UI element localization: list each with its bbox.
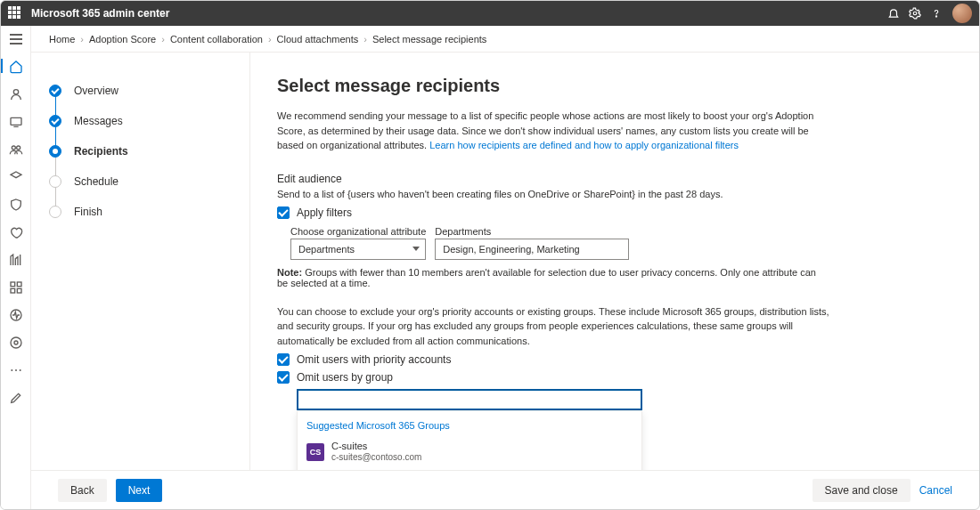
breadcrumb-item[interactable]: Content collaboration: [170, 34, 263, 45]
main-panel: Select message recipients We recommend s…: [250, 53, 979, 470]
svg-point-4: [12, 146, 15, 150]
step-label: Overview: [74, 85, 118, 97]
more-icon[interactable]: [8, 362, 24, 378]
breadcrumb-item[interactable]: Select message recipients: [372, 34, 486, 45]
wizard-step[interactable]: Finish: [49, 197, 249, 227]
suggestion-item[interactable]: CSC-suitesc-suites@contoso.com: [298, 436, 641, 467]
svg-point-11: [11, 337, 21, 348]
app-title: Microsoft 365 admin center: [31, 7, 169, 20]
intro-text: We recommend sending your message to a l…: [277, 109, 829, 153]
svg-rect-7: [17, 282, 21, 287]
edit-audience-sub: Send to a list of {users who haven't bee…: [277, 189, 952, 199]
edit-audience-heading: Edit audience: [277, 173, 952, 185]
wizard-step[interactable]: Recipients: [49, 136, 249, 166]
chevron-down-icon: [412, 247, 420, 251]
svg-point-14: [15, 369, 17, 371]
wizard-step[interactable]: Overview: [49, 76, 249, 106]
apply-filters-checkbox[interactable]: Apply filters: [277, 206, 952, 219]
checkbox-icon: [277, 206, 290, 219]
user-avatar[interactable]: [952, 4, 972, 23]
wizard-step[interactable]: Schedule: [49, 166, 249, 197]
svg-rect-6: [11, 282, 15, 287]
heart-icon[interactable]: [8, 224, 24, 240]
step-indicator-icon: [49, 145, 61, 158]
nav-menu-icon[interactable]: [8, 31, 24, 47]
chevron-right-icon: ›: [268, 34, 272, 45]
checkbox-icon: [277, 353, 290, 366]
chevron-right-icon: ›: [161, 34, 165, 45]
group-avatar-icon: CS: [306, 443, 324, 461]
learn-link[interactable]: Learn how recipients are defined and how…: [429, 140, 739, 150]
shield-icon[interactable]: [8, 197, 24, 213]
step-label: Finish: [74, 206, 102, 218]
back-button[interactable]: Back: [58, 479, 107, 502]
breadcrumb-item[interactable]: Home: [49, 34, 75, 45]
save-close-button[interactable]: Save and close: [813, 479, 911, 502]
departments-label: Departments: [435, 226, 629, 237]
suggestions-header: Suggested Microsoft 365 Groups: [298, 411, 641, 436]
suggestions-dropdown: Suggested Microsoft 365 Groups CSC-suite…: [297, 410, 642, 470]
svg-rect-9: [17, 288, 21, 293]
groups-icon[interactable]: [8, 142, 24, 158]
step-indicator-icon: [49, 206, 61, 218]
step-indicator-icon: [49, 85, 61, 97]
breadcrumb: Home›Adoption Score›Content collaboratio…: [31, 26, 979, 53]
omit-group-label: Omit users by group: [297, 371, 393, 384]
svg-point-0: [913, 12, 917, 15]
omit-priority-checkbox[interactable]: Omit users with priority accounts: [277, 353, 952, 366]
admin-icon[interactable]: [8, 335, 24, 351]
org-attribute-select[interactable]: Departments: [290, 239, 426, 260]
wizard-footer: Back Next Save and close Cancel: [31, 470, 979, 509]
step-indicator-icon: [49, 175, 61, 188]
step-label: Recipients: [74, 145, 128, 158]
svg-point-13: [11, 369, 12, 371]
billing-icon[interactable]: [8, 169, 24, 185]
left-nav-rail: [1, 26, 31, 509]
reports-icon[interactable]: [8, 252, 24, 268]
svg-point-1: [935, 16, 936, 17]
edit-icon[interactable]: [8, 390, 24, 406]
settings-icon[interactable]: [904, 7, 926, 20]
wizard-steps: OverviewMessagesRecipientsScheduleFinish: [31, 53, 250, 470]
departments-select[interactable]: Design, Engineering, Marketing: [435, 239, 629, 260]
wizard-step[interactable]: Messages: [49, 106, 249, 136]
chevron-right-icon: ›: [363, 34, 367, 45]
help-icon[interactable]: [926, 7, 947, 20]
privacy-note: Note: Groups with fewer than 10 members …: [277, 267, 829, 288]
step-indicator-icon: [49, 115, 61, 127]
svg-point-12: [14, 341, 18, 344]
health-icon[interactable]: [8, 307, 24, 323]
chevron-right-icon: ›: [80, 34, 84, 45]
breadcrumb-item[interactable]: Cloud attachments: [277, 34, 359, 45]
suggestion-item[interactable]: NAFTEs North AmericaFTEnorthamer@contoso…: [298, 467, 641, 470]
cancel-link[interactable]: Cancel: [919, 484, 952, 497]
title-bar: Microsoft 365 admin center: [1, 1, 979, 26]
svg-point-15: [19, 369, 20, 371]
users-icon[interactable]: [8, 86, 24, 102]
exclude-paragraph: You can choose to exclude your org's pri…: [277, 304, 829, 349]
omit-priority-label: Omit users with priority accounts: [297, 353, 451, 366]
next-button[interactable]: Next: [116, 479, 163, 502]
page-title: Select message recipients: [277, 76, 952, 96]
devices-icon[interactable]: [8, 114, 24, 130]
step-label: Schedule: [74, 175, 118, 188]
apps-icon[interactable]: [8, 279, 24, 295]
svg-point-5: [16, 146, 20, 150]
breadcrumb-item[interactable]: Adoption Score: [89, 34, 156, 45]
suggestion-email: c-suites@contoso.com: [331, 452, 421, 463]
svg-rect-3: [11, 117, 21, 125]
org-attribute-label: Choose organizational attribute: [290, 226, 426, 237]
svg-point-2: [13, 90, 18, 94]
group-search-input[interactable]: [297, 389, 642, 410]
omit-group-checkbox[interactable]: Omit users by group: [277, 371, 952, 384]
app-launcher-icon[interactable]: [8, 6, 22, 20]
svg-rect-8: [11, 288, 15, 293]
suggestion-name: C-suites: [331, 441, 421, 452]
step-label: Messages: [74, 115, 123, 127]
notifications-icon[interactable]: [883, 7, 904, 20]
apply-filters-label: Apply filters: [297, 206, 352, 219]
checkbox-icon: [277, 371, 290, 384]
home-icon[interactable]: [8, 59, 24, 75]
